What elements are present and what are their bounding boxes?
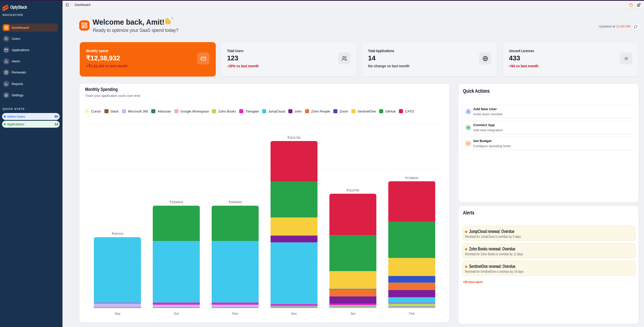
svg-text:Oct: Oct	[174, 312, 179, 315]
svg-text:₹1116782: ₹1116782	[346, 189, 359, 192]
svg-text:₹1631782: ₹1631782	[287, 136, 301, 139]
svg-text:Dec: Dec	[291, 312, 297, 315]
svg-text:₹692310: ₹692310	[112, 232, 123, 235]
svg-text:₹1238932: ₹1238932	[405, 176, 418, 180]
svg-text:₹1000603: ₹1000603	[169, 201, 183, 204]
svg-text:Sep: Sep	[114, 312, 120, 315]
svg-text:₹1000603: ₹1000603	[228, 201, 242, 204]
svg-text:Feb: Feb	[409, 312, 415, 315]
svg-text:Jan: Jan	[350, 312, 356, 315]
svg-text:Nov: Nov	[232, 312, 238, 315]
